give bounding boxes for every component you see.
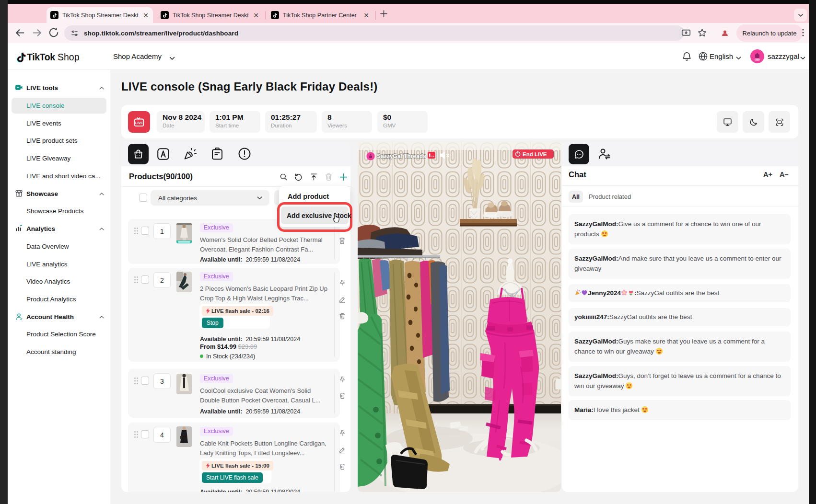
svg-text:LIVE: LIVE — [135, 121, 143, 125]
svg-text:End LIVE: End LIVE — [523, 151, 547, 157]
svg-text:SAZZYGAL: SAZZYGAL — [754, 59, 761, 61]
svg-text:SazzyGal Threads: SazzyGal Threads — [377, 153, 426, 160]
